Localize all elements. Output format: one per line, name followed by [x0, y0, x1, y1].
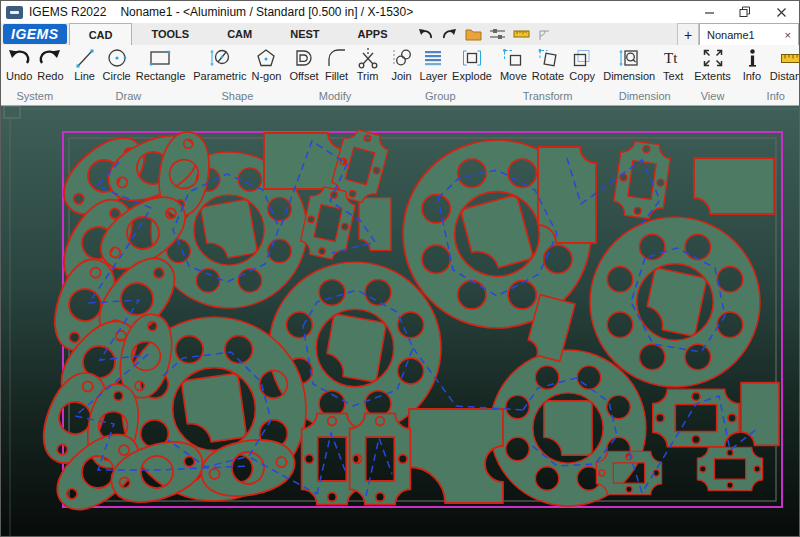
trim-button[interactable]: Trim [354, 46, 382, 82]
tab-apps[interactable]: APPS [339, 23, 407, 45]
close-button[interactable] [763, 1, 799, 23]
circle-button[interactable]: Circle [102, 46, 132, 82]
drawing-area [1, 106, 799, 537]
quick-access-bar [407, 23, 554, 45]
open-folder-icon[interactable] [465, 27, 482, 41]
restore-button[interactable] [727, 1, 763, 23]
info-button[interactable]: Info [738, 46, 766, 82]
document-tabs: + Noname1 × [677, 23, 799, 45]
explode-icon [459, 46, 485, 70]
copy-icon [569, 46, 595, 70]
dimension-icon [616, 46, 642, 70]
extents-button[interactable]: Extents [693, 46, 732, 82]
undo-icon [6, 46, 32, 70]
drawing-canvas[interactable] [1, 106, 800, 537]
ribbon-group-draw: Line Circle Rectangle Draw [68, 45, 190, 105]
redo-button[interactable]: Redo [36, 46, 64, 82]
minimize-icon [704, 7, 715, 18]
document-tab-close-icon[interactable]: × [785, 29, 791, 41]
app-icon [6, 6, 23, 19]
undo-quick-icon[interactable] [417, 27, 434, 41]
trim-icon [355, 46, 381, 70]
rectangle-icon [147, 46, 173, 70]
ribbon-group-info: Info Distance Info [735, 45, 799, 105]
ribbon-group-shape: Parametric N-gon Shape [189, 45, 285, 105]
redo-quick-icon[interactable] [441, 27, 458, 41]
tab-tools[interactable]: TOOLS [132, 23, 208, 45]
restore-icon [739, 6, 751, 18]
close-icon [776, 7, 787, 18]
ngon-button[interactable]: N-gon [250, 46, 282, 82]
ribbon-group-dimension: Dimension Tt Text Dimension [599, 45, 690, 105]
copy-button[interactable]: Copy [568, 46, 596, 82]
document-tab-label: Noname1 [707, 29, 755, 41]
svg-text:Tt: Tt [664, 50, 678, 66]
rectangle-button[interactable]: Rectangle [135, 46, 187, 82]
line-icon [72, 46, 98, 70]
text-button[interactable]: Tt Text [659, 46, 687, 82]
app-window: IGEMS R2022 Noname1 - <Aluminium / Stand… [0, 0, 800, 537]
join-button[interactable]: Join [388, 46, 416, 82]
ribbon-group-group: Join Layer Explode Group [385, 45, 496, 105]
app-title: IGEMS R2022 [29, 5, 106, 19]
tab-cam[interactable]: CAM [208, 23, 271, 45]
fillet-icon [324, 46, 350, 70]
circle-icon [104, 46, 130, 70]
ribbon-group-view: Extents View [690, 45, 735, 105]
document-tab[interactable]: Noname1 × [699, 23, 799, 45]
info-icon [739, 46, 765, 70]
extents-icon [700, 46, 726, 70]
group-label-view: View [693, 89, 732, 105]
fillet-button[interactable]: Fillet [323, 46, 351, 82]
ribbon-group-transform: Move Rotate Copy Transform [496, 45, 599, 105]
settings-sliders-icon[interactable] [489, 27, 506, 41]
rotate-button[interactable]: Rotate [531, 46, 565, 82]
group-label-group: Group [388, 89, 493, 105]
layer-button[interactable]: Layer [419, 46, 449, 82]
rotate-icon [535, 46, 561, 70]
window-controls [691, 1, 799, 23]
distance-icon [778, 46, 799, 70]
layer-icon [420, 46, 446, 70]
ribbon-tab-bar: IGEMS CAD TOOLS CAM NEST APPS [1, 23, 799, 45]
group-label-transform: Transform [499, 89, 596, 105]
offset-icon [291, 46, 317, 70]
group-label-system: System [5, 89, 65, 105]
corner-angle-icon[interactable] [537, 27, 554, 41]
distance-button[interactable]: Distance [769, 46, 799, 82]
parametric-button[interactable]: Parametric [192, 46, 247, 82]
tab-nest[interactable]: NEST [271, 23, 338, 45]
group-label-modify: Modify [288, 89, 381, 105]
move-icon [500, 46, 526, 70]
minimize-button[interactable] [691, 1, 727, 23]
explode-button[interactable]: Explode [451, 46, 493, 82]
ruler-quick-icon[interactable] [513, 27, 530, 41]
parametric-icon [207, 46, 233, 70]
undo-button[interactable]: Undo [5, 46, 33, 82]
move-button[interactable]: Move [499, 46, 528, 82]
document-title: Noname1 - <Aluminium / Standard [0.500 i… [120, 5, 413, 19]
igems-logo: IGEMS [3, 24, 67, 44]
group-label-info: Info [738, 89, 799, 105]
redo-icon [37, 46, 63, 70]
ribbon-group-modify: Offset Fillet Trim Modify [285, 45, 384, 105]
group-label-shape: Shape [192, 89, 282, 105]
ribbon: Undo Redo System Line Circle [1, 45, 799, 106]
group-label-draw: Draw [71, 89, 187, 105]
join-icon [389, 46, 415, 70]
tab-cad[interactable]: CAD [69, 23, 133, 45]
group-label-dimension: Dimension [602, 89, 687, 105]
text-icon: Tt [660, 46, 686, 70]
ngon-icon [253, 46, 279, 70]
offset-button[interactable]: Offset [288, 46, 319, 82]
ribbon-group-system: Undo Redo System [2, 45, 68, 105]
title-bar: IGEMS R2022 Noname1 - <Aluminium / Stand… [1, 1, 799, 23]
new-document-button[interactable]: + [677, 23, 699, 45]
dimension-button[interactable]: Dimension [602, 46, 656, 82]
line-button[interactable]: Line [71, 46, 99, 82]
